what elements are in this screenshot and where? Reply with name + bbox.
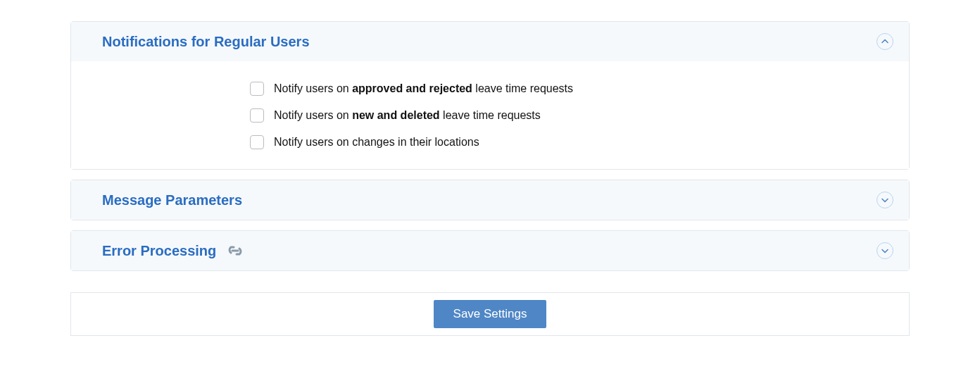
panel-header-message-parameters[interactable]: Message Parameters [71,180,909,220]
label-part-bold: approved and rejected [352,82,472,94]
panel-header-notifications[interactable]: Notifications for Regular Users [71,22,909,61]
chevron-down-icon[interactable] [877,242,893,259]
notify-approved-rejected-row: Notify users on approved and rejected le… [250,82,893,96]
label-part: Notify users on [274,82,352,94]
notify-location-changes-row: Notify users on changes in their locatio… [250,135,893,149]
panel-title-notifications: Notifications for Regular Users [102,34,310,50]
checkbox-notify-new-deleted[interactable] [250,108,264,123]
panel-notifications: Notifications for Regular Users Notify u… [70,21,910,170]
label-notify-new-deleted: Notify users on new and deleted leave ti… [274,109,541,122]
checkbox-notify-location-changes[interactable] [250,135,264,149]
link-icon[interactable] [226,242,244,259]
panel-header-error-processing[interactable]: Error Processing [71,231,909,270]
panel-title-message-parameters: Message Parameters [102,192,242,208]
label-part-bold: new and deleted [352,109,439,121]
footer-bar: Save Settings [70,292,910,336]
panel-message-parameters: Message Parameters [70,180,910,220]
panel-title-text: Error Processing [102,243,216,259]
panel-error-processing: Error Processing [70,230,910,271]
label-part: Notify users on [274,109,352,121]
chevron-up-icon[interactable] [877,33,893,50]
label-part: leave time requests [440,109,541,121]
label-notify-location-changes: Notify users on changes in their locatio… [274,136,479,149]
panel-body-notifications: Notify users on approved and rejected le… [71,61,909,169]
chevron-down-icon[interactable] [877,192,893,208]
checkbox-notify-approved-rejected[interactable] [250,82,264,96]
notify-new-deleted-row: Notify users on new and deleted leave ti… [250,108,893,123]
save-settings-button[interactable]: Save Settings [434,300,547,328]
label-part: leave time requests [472,82,573,94]
label-part: Notify users on changes in their locatio… [274,136,479,148]
label-notify-approved-rejected: Notify users on approved and rejected le… [274,82,573,95]
panel-title-error-processing: Error Processing [102,242,244,259]
